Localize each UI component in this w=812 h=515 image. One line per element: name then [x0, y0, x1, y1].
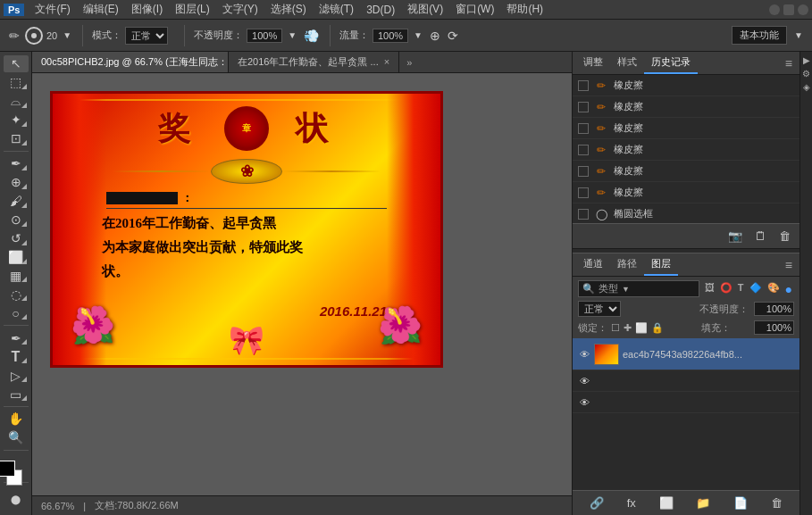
- filter-shape-icon[interactable]: 🔷: [748, 282, 764, 296]
- menu-view[interactable]: 视图(V): [402, 0, 448, 19]
- filter-adjust-icon[interactable]: ⭕: [718, 282, 734, 296]
- history-item-4[interactable]: ✏ 橡皮擦: [573, 161, 799, 182]
- eyedropper-tool[interactable]: ✒: [4, 155, 29, 172]
- menu-edit[interactable]: 编辑(E): [78, 0, 124, 19]
- dodge-tool[interactable]: ○: [4, 304, 29, 321]
- foreground-color[interactable]: [0, 461, 15, 477]
- brush-icon[interactable]: ✏: [7, 27, 21, 45]
- menu-window[interactable]: 窗口(W): [450, 0, 499, 19]
- tab-1[interactable]: 00c58PICHB2.jpg @ 66.7% (王海生同志： ×: [32, 52, 229, 72]
- side-icon-2[interactable]: ⚙: [802, 69, 810, 79]
- filter-active-toggle[interactable]: ●: [783, 282, 794, 296]
- history-item-5[interactable]: ✏ 橡皮擦: [573, 182, 799, 204]
- crop-tool[interactable]: ⊡: [4, 130, 29, 147]
- history-checkbox-4[interactable]: [578, 166, 589, 177]
- history-item-2[interactable]: ✏ 橡皮擦: [573, 118, 799, 139]
- history-item-3[interactable]: ✏ 橡皮擦: [573, 139, 799, 161]
- delete-state-button[interactable]: 🗑: [775, 228, 794, 245]
- history-item-1[interactable]: ✏ 橡皮擦: [573, 96, 799, 118]
- history-brush-tool[interactable]: ↺: [4, 230, 29, 247]
- minimize-button[interactable]: [769, 4, 780, 15]
- lock-pixels-icon[interactable]: ☐: [611, 322, 620, 334]
- opacity-dropdown-icon[interactable]: ▼: [286, 29, 298, 42]
- brush-dropdown-icon[interactable]: ▼: [61, 29, 73, 42]
- brush-size-circle[interactable]: [25, 27, 43, 45]
- filter-text-icon[interactable]: T: [736, 282, 746, 296]
- layer-mode-select[interactable]: 正常: [578, 301, 621, 317]
- tab-history[interactable]: 历史记录: [644, 52, 698, 74]
- lock-artboard-icon[interactable]: ⬜: [635, 322, 648, 334]
- mode-select[interactable]: 正常: [125, 27, 168, 45]
- menu-image[interactable]: 图像(I): [126, 0, 168, 19]
- workspace-label[interactable]: 基本功能: [732, 26, 787, 45]
- filter-smart-icon[interactable]: 🎨: [766, 282, 782, 296]
- quick-select-tool[interactable]: ✦: [4, 112, 29, 129]
- layer-item-3[interactable]: 👁: [573, 392, 799, 413]
- lasso-tool[interactable]: ⌓: [4, 93, 29, 110]
- zoom-tool[interactable]: 🔍: [4, 429, 29, 446]
- tab-adjustments[interactable]: 调整: [576, 52, 610, 74]
- history-checkbox-6[interactable]: [578, 209, 589, 220]
- create-group-button[interactable]: 📁: [692, 494, 714, 511]
- history-checkbox-0[interactable]: [578, 80, 589, 91]
- menu-file[interactable]: 文件(F): [29, 0, 75, 19]
- maximize-button[interactable]: [783, 4, 794, 15]
- flow-extra-icon[interactable]: ⊕: [428, 27, 442, 45]
- layer-eye-1[interactable]: 👁: [578, 348, 590, 361]
- workspace-dropdown-icon[interactable]: ▼: [792, 29, 805, 42]
- link-layers-button[interactable]: 🔗: [586, 494, 607, 511]
- flow-dropdown-icon[interactable]: ▼: [412, 29, 424, 42]
- tab-styles[interactable]: 样式: [610, 52, 644, 74]
- menu-filter[interactable]: 滤镜(T): [314, 0, 359, 19]
- new-state-button[interactable]: 🗒: [751, 228, 770, 245]
- layer-eye-3[interactable]: 👁: [578, 396, 590, 409]
- clone-tool[interactable]: ⊙: [4, 212, 29, 228]
- tab-2[interactable]: 在2016年工作勤奋、起早贪黑 ... ×: [229, 52, 399, 72]
- blur-tool[interactable]: ◌: [4, 286, 29, 303]
- history-item-6[interactable]: ◯ 椭圆选框: [573, 204, 799, 223]
- tab-layers[interactable]: 图层: [644, 253, 678, 276]
- opacity-input[interactable]: [754, 302, 794, 316]
- create-layer-button[interactable]: 📄: [730, 494, 751, 511]
- brush-angle-icon[interactable]: ⟳: [446, 27, 460, 45]
- add-style-button[interactable]: fx: [624, 494, 640, 511]
- opacity-input[interactable]: [247, 29, 282, 43]
- history-checkbox-3[interactable]: [578, 145, 589, 155]
- type-tool[interactable]: T: [4, 348, 29, 365]
- layer-item-1[interactable]: 👁 eac4b74543a98226a4fb8...: [573, 338, 799, 370]
- tab-2-close[interactable]: ×: [384, 57, 389, 67]
- history-panel-menu-icon[interactable]: ≡: [782, 52, 796, 74]
- tab-paths[interactable]: 路径: [610, 253, 644, 276]
- path-select-tool[interactable]: ▷: [4, 367, 29, 384]
- filter-pixel-icon[interactable]: 🖼: [703, 282, 716, 296]
- history-checkbox-1[interactable]: [578, 102, 589, 112]
- hand-tool[interactable]: ✋: [4, 411, 29, 428]
- layer-eye-2[interactable]: 👁: [578, 375, 590, 387]
- menu-3d[interactable]: 3D(D): [361, 2, 400, 18]
- mode-dropdown-icon[interactable]: [172, 34, 175, 37]
- heal-tool[interactable]: ⊕: [4, 174, 29, 191]
- add-mask-button[interactable]: ⬜: [656, 494, 677, 511]
- brush-tool[interactable]: 🖌: [4, 193, 29, 210]
- menu-select[interactable]: 选择(S): [265, 0, 312, 19]
- flow-input[interactable]: [373, 29, 408, 43]
- side-toggle-icon[interactable]: ▶: [803, 55, 810, 65]
- side-icon-3[interactable]: ◈: [803, 82, 810, 92]
- menu-help[interactable]: 帮助(H): [501, 0, 548, 19]
- shape-tool[interactable]: ▭: [4, 386, 29, 403]
- filter-dropdown-icon[interactable]: ▼: [622, 285, 630, 294]
- lock-all-icon[interactable]: 🔒: [651, 322, 664, 334]
- menu-text[interactable]: 文字(Y): [217, 0, 264, 19]
- history-checkbox-2[interactable]: [578, 123, 589, 134]
- move-tool[interactable]: ↖: [4, 55, 29, 72]
- tab-channels[interactable]: 通道: [576, 253, 610, 276]
- fill-input[interactable]: [754, 320, 794, 335]
- history-list[interactable]: ✏ 橡皮擦 ✏ 橡皮擦 ✏ 橡皮擦 ✏ 橡皮擦: [573, 75, 799, 223]
- close-button[interactable]: [798, 4, 808, 15]
- lock-position-icon[interactable]: ✚: [624, 322, 632, 334]
- pen-tool[interactable]: ✒: [4, 329, 29, 346]
- history-checkbox-5[interactable]: [578, 187, 589, 198]
- layer-item-2[interactable]: 👁: [573, 370, 799, 392]
- menu-layer[interactable]: 图层(L): [170, 0, 215, 19]
- layer-search[interactable]: 🔍 类型 ▼: [578, 280, 699, 297]
